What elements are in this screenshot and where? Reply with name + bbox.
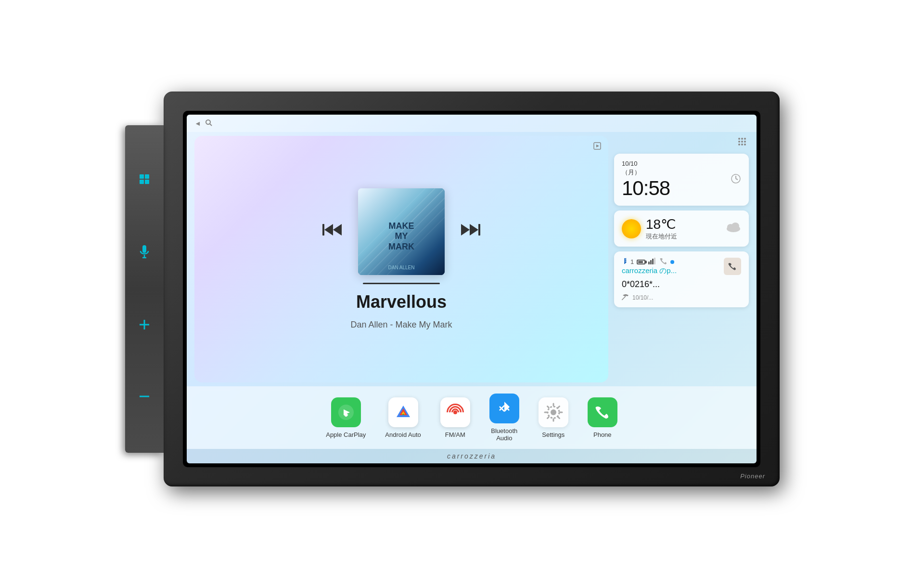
date-display: 10/10 （月） xyxy=(622,159,670,177)
svg-rect-16 xyxy=(322,224,324,236)
back-icon[interactable]: ◄ xyxy=(194,119,201,127)
album-title: MAKE xyxy=(388,221,414,232)
bluetooth-device-num: 1 xyxy=(630,258,634,265)
app-carplay[interactable]: Apple CarPlay xyxy=(326,397,366,438)
progress-bar[interactable] xyxy=(363,283,440,284)
android-auto-icon xyxy=(388,397,418,427)
song-title: Marvellous xyxy=(356,292,447,312)
app-bar: Apple CarPlay Android Auto xyxy=(187,386,757,449)
svg-rect-2 xyxy=(140,180,144,184)
album-artist-overlay: DAN ALLEN xyxy=(388,265,414,270)
temperature-display: 18℃ xyxy=(646,216,677,232)
mic-button[interactable] xyxy=(139,245,150,262)
svg-rect-3 xyxy=(145,180,149,184)
app-fmam[interactable]: FM/AM xyxy=(440,397,470,438)
svg-point-28 xyxy=(741,138,743,140)
call-button[interactable] xyxy=(724,258,741,275)
carplay-label: Apple CarPlay xyxy=(326,431,366,438)
svg-point-27 xyxy=(738,138,740,140)
album-title-2: MY xyxy=(388,231,414,242)
pioneer-logo: Pioneer xyxy=(740,473,765,480)
song-subtitle: Dan Allen - Make My Mark xyxy=(350,320,452,330)
settings-label: Settings xyxy=(542,431,565,438)
app-android-auto[interactable]: Android Auto xyxy=(385,397,421,438)
missed-call-icon xyxy=(622,293,629,302)
playback-mode-icon[interactable] xyxy=(593,142,602,152)
weather-location: 現在地付近 xyxy=(646,232,677,241)
svg-point-31 xyxy=(741,141,743,143)
svg-point-57 xyxy=(551,409,556,415)
bluetooth-small-icon xyxy=(622,257,628,266)
datetime-card: 10/10 （月） 10:58 xyxy=(614,154,749,206)
phone-app-label: Phone xyxy=(593,431,612,438)
svg-line-38 xyxy=(736,179,738,180)
sun-icon xyxy=(622,219,641,238)
svg-point-41 xyxy=(732,223,739,229)
screen: ◄ xyxy=(187,115,757,463)
svg-rect-1 xyxy=(145,174,149,179)
phone-number-display: 0*0216*... xyxy=(622,279,741,289)
phone-icon-top xyxy=(660,257,667,266)
main-content: MAKE MY MARK DAN ALLEN xyxy=(187,132,757,386)
svg-point-29 xyxy=(744,138,746,140)
brand-name: carrozzeria xyxy=(447,452,496,460)
app-phone[interactable]: Phone xyxy=(588,397,617,438)
svg-rect-4 xyxy=(142,245,146,253)
weather-card: 18℃ 現在地付近 xyxy=(614,210,749,247)
music-player: MAKE MY MARK DAN ALLEN xyxy=(194,136,608,382)
grid-button[interactable] xyxy=(139,173,150,188)
app-bluetooth-audio[interactable]: BluetoothAudio xyxy=(489,394,519,442)
volume-down-button[interactable] xyxy=(139,391,150,405)
next-track-button[interactable] xyxy=(459,222,480,241)
online-indicator xyxy=(670,260,674,264)
album-controls: MAKE MY MARK DAN ALLEN xyxy=(204,188,599,275)
right-panel: 10/10 （月） 10:58 xyxy=(614,136,749,382)
fmam-icon xyxy=(440,397,470,427)
search-icon[interactable] xyxy=(205,119,213,128)
svg-point-30 xyxy=(738,141,740,143)
svg-rect-26 xyxy=(478,224,480,236)
apps-grid-icon[interactable] xyxy=(614,136,749,149)
svg-point-32 xyxy=(744,141,746,143)
volume-up-button[interactable] xyxy=(139,319,150,333)
phone-app-icon xyxy=(588,397,617,427)
phone-card: 1 xyxy=(614,251,749,307)
fmam-label: FM/AM xyxy=(445,431,465,438)
side-mount xyxy=(125,125,164,453)
svg-point-34 xyxy=(741,144,743,145)
svg-marker-15 xyxy=(333,224,342,236)
svg-line-11 xyxy=(210,124,212,126)
album-title-3: MARK xyxy=(388,242,414,252)
battery-icon xyxy=(637,260,645,264)
screen-bezel: ◄ xyxy=(183,111,760,467)
time-display: 10:58 xyxy=(622,177,670,200)
svg-point-35 xyxy=(744,144,746,145)
svg-marker-14 xyxy=(324,224,333,236)
bluetooth-audio-label: BluetoothAudio xyxy=(491,427,517,442)
svg-marker-24 xyxy=(461,224,470,236)
settings-icon xyxy=(539,397,568,427)
connected-phone-name: carrozzeria のp... xyxy=(622,266,677,276)
svg-point-33 xyxy=(738,144,740,145)
top-bar: ◄ xyxy=(187,115,757,132)
svg-point-10 xyxy=(206,120,210,124)
app-settings[interactable]: Settings xyxy=(539,397,568,438)
prev-track-button[interactable] xyxy=(322,222,344,241)
car-unit: ◄ xyxy=(125,60,799,518)
clock-icon xyxy=(731,173,741,186)
cloud-icon xyxy=(726,222,741,236)
svg-marker-13 xyxy=(596,144,599,147)
svg-rect-43 xyxy=(648,262,650,264)
carplay-icon xyxy=(331,397,361,427)
android-auto-label: Android Auto xyxy=(385,431,421,438)
album-art: MAKE MY MARK DAN ALLEN xyxy=(358,188,445,275)
svg-rect-0 xyxy=(140,174,144,179)
svg-line-48 xyxy=(622,296,626,300)
display-unit: ◄ xyxy=(164,92,780,486)
signal-icon xyxy=(648,258,657,266)
svg-marker-25 xyxy=(470,224,478,236)
svg-rect-44 xyxy=(650,260,652,264)
missed-call-info: 10/10/... xyxy=(622,293,741,302)
svg-rect-46 xyxy=(654,258,655,264)
svg-rect-45 xyxy=(652,259,654,264)
